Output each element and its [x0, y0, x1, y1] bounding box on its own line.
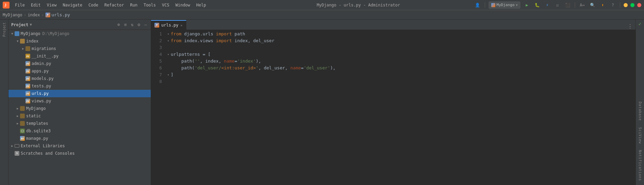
run-config-name: MyDjango — [497, 3, 515, 7]
run-button[interactable]: ▶ — [523, 1, 531, 9]
kw-from-2: from — [171, 37, 181, 44]
tree-arrow-admin — [21, 61, 25, 66]
tree-item-tests[interactable]: py tests.py — [8, 82, 151, 90]
code-bracket-close: ] — [171, 71, 173, 78]
user-icon[interactable]: 👤 — [474, 1, 481, 9]
tab-close-button[interactable]: ✕ — [181, 23, 183, 27]
translate-button[interactable]: A↔ — [578, 1, 586, 9]
tree-item-external[interactable]: External Libraries — [8, 142, 151, 150]
code-indent-6: path( — [171, 65, 195, 71]
code-content[interactable]: ▾ from django.urls import path ▾ from in… — [165, 30, 636, 185]
line-num-6: 6 — [151, 65, 162, 71]
run-config-dropdown[interactable]: MyDjango ▼ — [489, 1, 520, 9]
fold-arrow-1[interactable]: ▾ — [167, 31, 171, 37]
fold-arrow-4[interactable]: ▾ — [167, 51, 171, 58]
kw-from-1: from — [171, 31, 181, 37]
fold-arrow-2[interactable]: ▾ — [167, 37, 171, 44]
tree-item-index[interactable]: index — [8, 37, 151, 45]
project-side-label[interactable]: Project — [2, 21, 7, 38]
file-icon: P — [45, 13, 50, 17]
add-button[interactable]: ⊕ — [116, 22, 121, 28]
tree-arrow-db — [15, 129, 20, 133]
update-button[interactable]: ⬆ — [599, 1, 606, 9]
close-button[interactable] — [637, 3, 641, 7]
tree-arrow-static[interactable] — [15, 114, 20, 118]
tree-item-static[interactable]: static — [8, 112, 151, 120]
menu-navigate[interactable]: Navigate — [60, 2, 85, 8]
py-icon-models: py — [25, 76, 30, 81]
tree-item-scratches[interactable]: S Scratches and Consoles — [8, 150, 151, 157]
menu-vcs[interactable]: VCS — [159, 2, 172, 8]
tree-arrow-mydjango-sub[interactable] — [15, 106, 20, 111]
tree-item-db[interactable]: db.sqlite3 — [8, 127, 151, 135]
tree-label-manage: manage.py — [26, 136, 48, 141]
panel-header: Project ▼ ⊕ ≡ ⇅ ⚙ — — [8, 20, 151, 30]
menu-run[interactable]: Run — [127, 2, 140, 8]
str-del-user-start: 'del_user/ — [195, 65, 221, 71]
tree-arrow-tests — [21, 84, 25, 88]
tree-item-migrations[interactable]: migrations — [8, 45, 151, 52]
hide-button[interactable]: — — [143, 22, 148, 28]
tree-item-admin[interactable]: py admin.py — [8, 60, 151, 67]
tree-arrow-mydjango[interactable] — [10, 31, 15, 36]
menu-refactor[interactable]: Refactor — [102, 2, 127, 8]
tree-label-index: index — [26, 39, 38, 44]
breadcrumb-project[interactable]: MyDjango — [3, 13, 22, 17]
profile-button[interactable]: ⚡ — [544, 1, 551, 9]
tree-arrow-migrations[interactable] — [21, 46, 25, 51]
tree-label-models: models.py — [32, 76, 54, 81]
separator3 — [620, 2, 620, 8]
tree-item-apps[interactable]: py apps.py — [8, 67, 151, 75]
coverage-button[interactable]: ☑ — [554, 1, 561, 9]
project-tree: MyDjango D:\MyDjango index migrations — [8, 30, 151, 185]
tree-item-templates[interactable]: templates — [8, 120, 151, 127]
tree-arrow-views — [21, 99, 25, 103]
settings-button[interactable]: ⚙ — [136, 22, 141, 28]
tab-file-icon: P — [154, 23, 159, 28]
collapse-all-button[interactable]: ≡ — [123, 22, 128, 28]
tree-item-init[interactable]: py __init__.py — [8, 52, 151, 60]
tab-bar-options: ⋮ — [625, 23, 636, 30]
minimize-button[interactable] — [624, 3, 628, 7]
tree-arrow-index[interactable] — [15, 39, 20, 44]
tree-item-mydjango-sub[interactable]: MyDjango — [8, 105, 151, 112]
breadcrumb-sep2: › — [41, 12, 44, 17]
tab-options-button[interactable]: ⋮ — [627, 23, 633, 30]
database-panel-label[interactable]: Database — [638, 99, 643, 123]
menu-view[interactable]: View — [44, 2, 59, 8]
tree-arrow-templates[interactable] — [15, 121, 20, 126]
menu-window[interactable]: Window — [173, 2, 193, 8]
debug-button[interactable]: 🐛 — [533, 1, 541, 9]
py-icon-tests: py — [25, 84, 30, 88]
tree-label-scratches: Scratches and Consoles — [21, 151, 75, 156]
help-button[interactable]: ? — [609, 1, 617, 9]
search-button[interactable]: 🔍 — [589, 1, 596, 9]
panel-dropdown-arrow[interactable]: ▼ — [30, 22, 32, 27]
menu-file[interactable]: File — [12, 2, 27, 8]
sciview-panel-label[interactable]: SciView — [638, 124, 643, 147]
editor-area: P urls.py ✕ ⋮ 1 2 3 4 5 6 7 8 — [151, 20, 636, 185]
fold-arrow-7[interactable]: ▾ — [167, 71, 171, 78]
tree-item-urls[interactable]: py urls.py — [8, 90, 151, 97]
code-line-3 — [167, 44, 636, 51]
title-bar: J File Edit View Navigate Code Refactor … — [0, 0, 644, 10]
tree-item-views[interactable]: py views.py — [8, 97, 151, 105]
code-editor[interactable]: 1 2 3 4 5 6 7 8 ▾ from django.urls impor… — [151, 30, 636, 185]
sort-button[interactable]: ⇅ — [130, 22, 135, 28]
menu-tools[interactable]: Tools — [141, 2, 159, 8]
maximize-button[interactable] — [630, 3, 634, 7]
menu-edit[interactable]: Edit — [28, 2, 43, 8]
tree-arrow-external[interactable] — [10, 144, 15, 148]
breadcrumb-folder[interactable]: index — [28, 13, 40, 17]
stop-button[interactable]: ⬛ — [564, 1, 571, 9]
line-num-4: 4 — [151, 51, 162, 58]
tab-urls-py[interactable]: P urls.py ✕ — [151, 20, 186, 30]
menu-help[interactable]: Help — [194, 2, 209, 8]
notifications-panel-label[interactable]: Notifications — [638, 147, 643, 184]
tree-item-mydjango-root[interactable]: MyDjango D:\MyDjango — [8, 30, 151, 37]
menu-code[interactable]: Code — [86, 2, 101, 8]
tree-item-models[interactable]: py models.py — [8, 75, 151, 82]
breadcrumb-file[interactable]: P urls.py — [45, 12, 70, 17]
code-comma-5: , index, — [200, 58, 224, 65]
tree-item-manage[interactable]: py manage.py — [8, 135, 151, 142]
